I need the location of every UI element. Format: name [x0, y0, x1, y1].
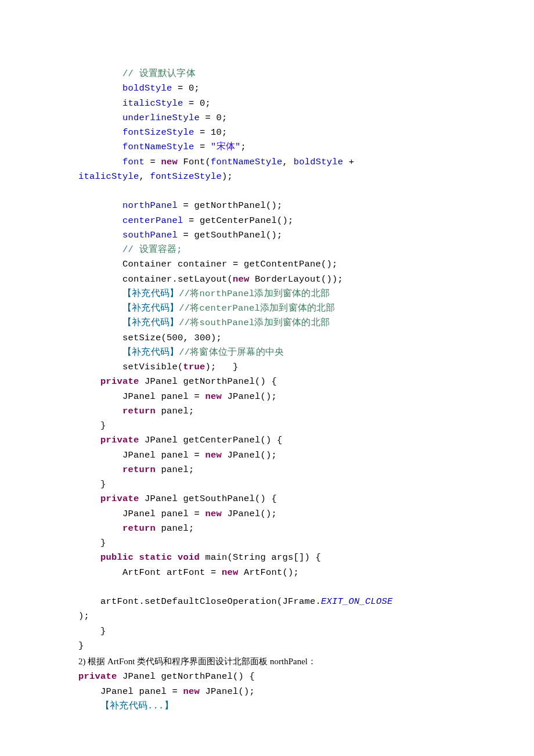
code-line: } [78, 479, 106, 489]
code-line: return panel; [78, 465, 194, 475]
code-line: northPanel = getNorthPanel(); [78, 200, 283, 211]
code-line: JPanel panel = new JPanel(); [78, 686, 255, 697]
code-line: Container container = getContentPane(); [78, 259, 338, 269]
code-line: JPanel panel = new JPanel(); [78, 391, 277, 402]
code-line: JPanel panel = new JPanel(); [78, 509, 277, 519]
code-line: boldStyle = 0; [78, 83, 200, 93]
question-2-text: 2) 根据 ArtFont 类代码和程序界面图设计北部面板 northPanel… [78, 654, 456, 668]
code-line: 【补充代码】//将窗体位于屏幕的中央 [78, 347, 284, 358]
code-line: // 设置默认字体 [78, 69, 196, 79]
code-line: fontSizeStyle = 10; [78, 127, 228, 138]
code-line: 【补充代码】//将southPanel添加到窗体的北部 [78, 318, 330, 328]
code-block-1: // 设置默认字体 boldStyle = 0; italicStyle = 0… [78, 67, 456, 653]
blank-line [78, 582, 84, 592]
code-line: } [78, 420, 106, 431]
code-line: private JPanel getNorthPanel() { [78, 376, 277, 387]
code-line: setSize(500, 300); [78, 333, 222, 343]
code-line: italicStyle = 0; [78, 98, 211, 109]
code-line: font = new Font(fontNameStyle, boldStyle… [78, 157, 360, 167]
code-line: ); [78, 611, 89, 621]
code-line: return panel; [78, 406, 194, 416]
code-line: private JPanel getNorthPanel() { [78, 671, 255, 682]
code-line: 【补充代码】//将northPanel添加到窗体的北部 [78, 289, 330, 299]
code-line: container.setLayout(new BorderLayout()); [78, 274, 343, 285]
blank-line [78, 186, 84, 196]
code-line: public static void main(String args[]) { [78, 552, 321, 563]
code-line: private JPanel getCenterPanel() { [78, 435, 283, 445]
code-line: italicStyle, fontSizeStyle); [78, 171, 233, 182]
code-line: centerPanel = getCenterPanel(); [78, 215, 294, 226]
code-line: } [78, 538, 106, 548]
code-line: JPanel panel = new JPanel(); [78, 450, 277, 460]
code-line: southPanel = getSouthPanel(); [78, 230, 283, 240]
code-line: artFont.setDefaultCloseOperation(JFrame.… [78, 596, 393, 607]
code-line: setVisible(true); } [78, 362, 239, 372]
code-line: return panel; [78, 523, 194, 534]
code-line: } [78, 626, 106, 636]
code-line: 【补充代码...】 [78, 701, 174, 711]
code-line: fontNameStyle = "宋体"; [78, 142, 246, 152]
code-block-2: private JPanel getNorthPanel() { JPanel … [78, 669, 456, 714]
code-line: underlineStyle = 0; [78, 113, 228, 123]
code-line: private JPanel getSouthPanel() { [78, 494, 277, 504]
code-line: } [78, 640, 84, 651]
code-line: // 设置容器; [78, 244, 182, 255]
code-line: 【补充代码】//将centerPanel添加到窗体的北部 [78, 303, 335, 314]
code-line: ArtFont artFont = new ArtFont(); [78, 567, 299, 578]
document-page: // 设置默认字体 boldStyle = 0; italicStyle = 0… [0, 0, 534, 756]
